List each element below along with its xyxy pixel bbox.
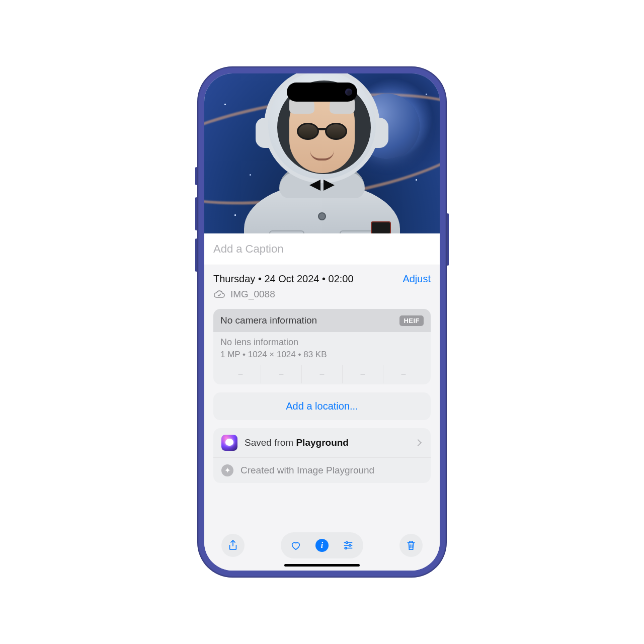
chevron-right-icon bbox=[415, 439, 422, 446]
created-with-row: Created with Image Playground bbox=[213, 457, 431, 483]
created-with-text: Created with Image Playground bbox=[240, 465, 374, 476]
iphone-frame: Add a Caption Thursday • 24 Oct 2024 • 0… bbox=[197, 66, 447, 578]
svg-point-5 bbox=[345, 547, 347, 549]
add-location-label: Add a location... bbox=[286, 400, 358, 412]
power-button bbox=[447, 213, 449, 266]
cloud-icon bbox=[213, 290, 225, 299]
svg-point-3 bbox=[349, 544, 351, 546]
info-button[interactable]: i bbox=[309, 534, 335, 556]
edit-button[interactable] bbox=[335, 534, 361, 556]
share-icon bbox=[227, 539, 238, 551]
share-button[interactable] bbox=[221, 534, 245, 557]
camera-info-card: No camera information HEIF No lens infor… bbox=[213, 309, 431, 384]
trash-icon bbox=[406, 539, 417, 551]
side-button bbox=[195, 167, 197, 185]
saved-from-text: Saved from Playground bbox=[245, 437, 349, 448]
caption-placeholder: Add a Caption bbox=[213, 243, 283, 255]
dynamic-island bbox=[287, 83, 357, 102]
exif-cell: – bbox=[302, 365, 343, 383]
sparkle-icon bbox=[221, 464, 233, 476]
bottom-toolbar: i bbox=[204, 532, 440, 558]
sliders-icon bbox=[343, 539, 354, 551]
home-indicator[interactable] bbox=[284, 564, 360, 567]
center-pill: i bbox=[281, 532, 363, 558]
heart-icon bbox=[290, 539, 301, 551]
exif-cell: – bbox=[343, 365, 383, 383]
image-specs: 1 MP • 1024 × 1024 • 83 KB bbox=[220, 350, 424, 360]
info-panel: Add a Caption Thursday • 24 Oct 2024 • 0… bbox=[204, 233, 440, 571]
add-location-button[interactable]: Add a location... bbox=[213, 392, 431, 420]
volume-up-button bbox=[195, 197, 197, 230]
adjust-date-button[interactable]: Adjust bbox=[403, 273, 431, 285]
screen: Add a Caption Thursday • 24 Oct 2024 • 0… bbox=[204, 73, 440, 571]
svg-point-1 bbox=[346, 542, 348, 544]
filename: IMG_0088 bbox=[230, 289, 275, 300]
saved-from-row[interactable]: Saved from Playground bbox=[213, 428, 431, 457]
exif-cell: – bbox=[220, 365, 261, 383]
caption-field[interactable]: Add a Caption bbox=[204, 233, 440, 265]
volume-down-button bbox=[195, 238, 197, 272]
favorite-button[interactable] bbox=[283, 534, 309, 556]
delete-button[interactable] bbox=[399, 534, 423, 557]
exif-cell: – bbox=[261, 365, 302, 383]
info-icon: i bbox=[315, 539, 329, 552]
lens-info: No lens information bbox=[220, 337, 424, 348]
exif-cell: – bbox=[383, 365, 424, 383]
playground-app-icon bbox=[221, 435, 237, 451]
photo-date: Thursday • 24 Oct 2024 • 02:00 bbox=[213, 273, 354, 285]
exif-row: – – – – – bbox=[220, 365, 424, 383]
source-card: Saved from Playground Created with Image… bbox=[213, 428, 431, 483]
format-badge: HEIF bbox=[399, 315, 424, 326]
camera-title: No camera information bbox=[220, 315, 317, 326]
